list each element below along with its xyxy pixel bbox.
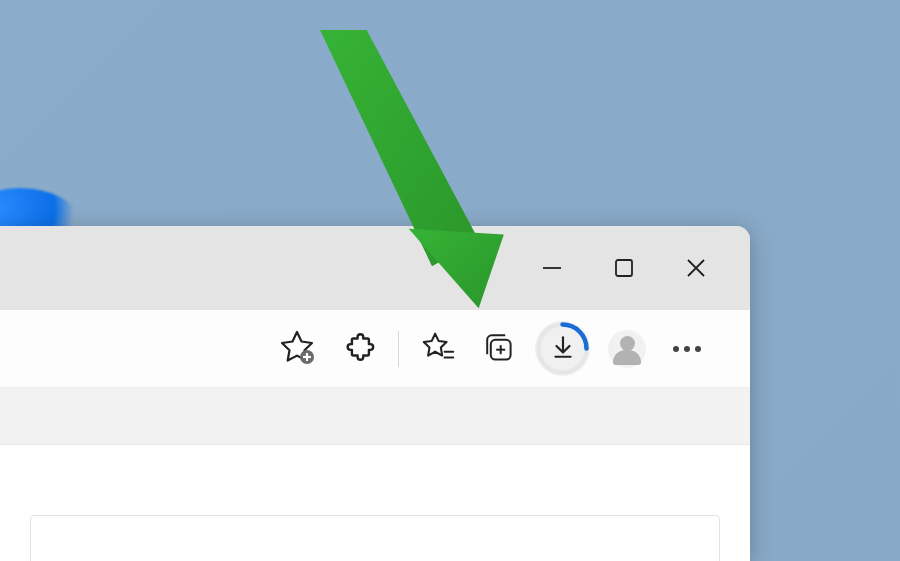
collections-button[interactable]: [471, 322, 525, 376]
download-arrow-icon: [550, 334, 576, 364]
page-content: [0, 444, 750, 561]
collection-plus-icon: [480, 329, 516, 369]
add-favorite-button[interactable]: [268, 322, 326, 376]
maximize-button[interactable]: [588, 240, 660, 296]
downloads-button[interactable]: [535, 321, 590, 376]
toolbar-separator: [398, 331, 399, 367]
title-bar: [0, 226, 750, 310]
minimize-button[interactable]: [516, 240, 588, 296]
favorites-button[interactable]: [411, 322, 465, 376]
bookmarks-bar: [0, 388, 750, 444]
browser-window: [0, 226, 750, 561]
puzzle-icon: [342, 330, 376, 368]
profile-button[interactable]: [600, 322, 654, 376]
star-plus-icon: [277, 327, 317, 371]
browser-toolbar: [0, 310, 750, 388]
content-panel: [30, 515, 720, 561]
extensions-button[interactable]: [332, 322, 386, 376]
svg-rect-1: [616, 260, 632, 276]
dots-icon: [673, 346, 701, 352]
settings-menu-button[interactable]: [660, 322, 714, 376]
close-button[interactable]: [660, 240, 732, 296]
avatar-icon: [608, 330, 646, 368]
star-lines-icon: [419, 328, 457, 370]
